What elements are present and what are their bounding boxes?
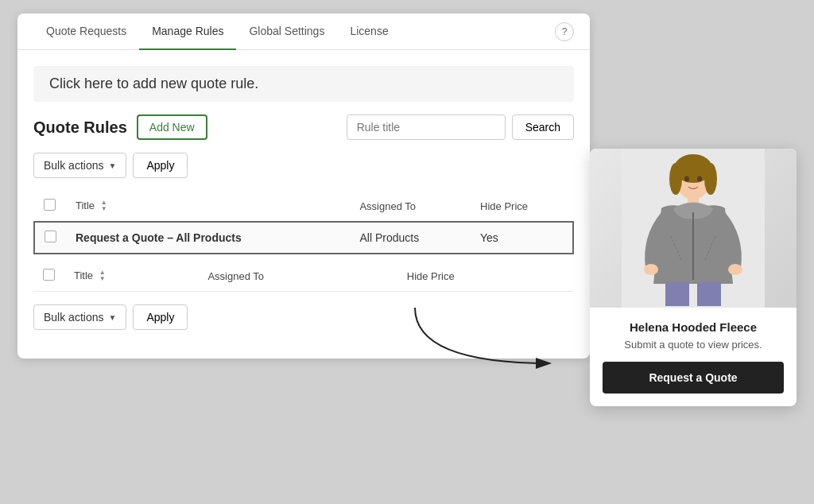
col-hide-price-top: Hide Price: [471, 191, 573, 222]
product-card-body: Helena Hooded Fleece Submit a quote to v…: [590, 308, 797, 406]
search-input[interactable]: [347, 114, 506, 140]
select-all-checkbox-top[interactable]: [44, 199, 56, 211]
col-assigned-top: Assigned To: [350, 191, 471, 222]
tab-license[interactable]: License: [337, 14, 401, 50]
rules-table-bottom: Title ▲▼ Assigned To Hide Price: [33, 261, 574, 292]
search-area: Search: [347, 114, 574, 140]
svg-point-11: [728, 264, 742, 275]
product-card: Helena Hooded Fleece Submit a quote to v…: [590, 149, 797, 406]
bulk-actions-bottom-select[interactable]: Bulk actions ▼: [33, 304, 126, 330]
callout-text: Click here to add new quote rule.: [33, 66, 574, 102]
apply-top-button[interactable]: Apply: [133, 153, 188, 178]
apply-bottom-button[interactable]: Apply: [133, 304, 188, 330]
col-hide-price-bottom: Hide Price: [397, 261, 574, 292]
table-row[interactable]: Request a Quote – All Products All Produ…: [34, 222, 573, 254]
add-new-button[interactable]: Add New: [137, 114, 207, 140]
tab-quote-requests[interactable]: Quote Requests: [33, 14, 139, 50]
row-assigned-0: All Products: [350, 222, 471, 254]
bulk-actions-bottom-label: Bulk actions: [44, 311, 103, 324]
help-icon[interactable]: ?: [555, 22, 574, 41]
tabs-bar: Quote Requests Manage Rules Global Setti…: [17, 14, 590, 50]
tab-manage-rules[interactable]: Manage Rules: [139, 14, 236, 50]
row-hide-price-0: Yes: [471, 222, 573, 254]
sort-arrows-title-bottom[interactable]: ▲▼: [99, 269, 106, 282]
row-checkbox-0[interactable]: [45, 231, 56, 242]
bulk-actions-top-row: Bulk actions ▼ Apply: [33, 153, 574, 178]
select-all-checkbox-bottom[interactable]: [43, 269, 55, 281]
col-title-top: Title ▲▼: [66, 191, 350, 222]
svg-point-10: [644, 264, 658, 275]
bulk-actions-bottom-row: Bulk actions ▼ Apply: [33, 304, 574, 330]
tab-global-settings[interactable]: Global Settings: [236, 14, 337, 50]
svg-point-4: [669, 163, 682, 195]
svg-point-6: [684, 176, 689, 182]
svg-rect-13: [697, 282, 721, 306]
product-subtitle: Submit a quote to view prices.: [603, 339, 784, 351]
request-quote-button[interactable]: Request a Quote: [603, 362, 784, 394]
col-title-bottom: Title ▲▼: [64, 261, 198, 292]
product-name: Helena Hooded Fleece: [603, 320, 784, 334]
svg-rect-12: [665, 282, 689, 306]
product-image: [590, 149, 797, 308]
search-button[interactable]: Search: [512, 114, 574, 140]
col-assigned-bottom: Assigned To: [198, 261, 397, 292]
svg-point-5: [704, 163, 717, 195]
svg-point-7: [697, 176, 702, 182]
sort-arrows-title-top[interactable]: ▲▼: [101, 200, 107, 212]
page-title: Quote Rules: [33, 118, 127, 137]
bulk-actions-top-select[interactable]: Bulk actions ▼: [33, 153, 126, 178]
bulk-actions-top-label: Bulk actions: [44, 159, 103, 172]
chevron-down-icon: ▼: [108, 161, 116, 170]
rules-table-top: Title ▲▼ Assigned To Hide Price Request …: [33, 191, 574, 254]
header-row: Quote Rules Add New Search: [33, 114, 574, 140]
admin-panel: Quote Requests Manage Rules Global Setti…: [17, 14, 590, 359]
chevron-down-icon-bottom: ▼: [108, 313, 116, 322]
row-title-0: Request a Quote – All Products: [66, 222, 350, 254]
